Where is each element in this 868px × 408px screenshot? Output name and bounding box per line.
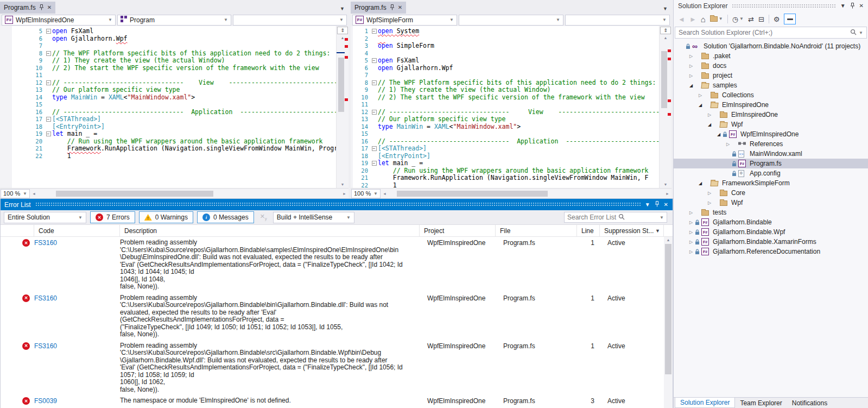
back-icon[interactable]: ◄ — [678, 16, 685, 23]
panel-tab-team-explorer[interactable]: Team Explorer — [735, 398, 787, 408]
collapsed-arrow-icon[interactable]: ▷ — [687, 73, 695, 78]
code-line[interactable]: 15 — [353, 130, 659, 138]
column-header-code[interactable]: Code — [34, 225, 120, 236]
fold-collapse-icon[interactable]: − — [46, 29, 51, 34]
error-list-search-input[interactable]: Search Error List ▼ — [564, 212, 667, 223]
tree-item[interactable]: ▷F#Gjallarhorn.Bindable.XamarinForms — [674, 237, 868, 247]
tree-item[interactable]: ▷F#Gjallarhorn.Bindable.Wpf — [674, 227, 868, 237]
collapsed-arrow-icon[interactable]: ▷ — [706, 112, 713, 117]
error-row[interactable]: ✕FS3160Problem reading assembly 'C:\User… — [1, 292, 664, 340]
preview-selected-items-toggle[interactable] — [784, 14, 796, 24]
code-line[interactable]: 6open Gjallarhorn.Wpf — [12, 35, 336, 43]
code-line[interactable]: 11 — [353, 101, 659, 109]
error-code-link[interactable]: FS3160 — [34, 342, 120, 394]
refresh-icon[interactable]: ⇄ — [748, 16, 754, 23]
code-line[interactable]: 20 // Run using the WPF wrappers around … — [353, 167, 659, 175]
column-header-blank[interactable] — [1, 225, 34, 236]
code-line[interactable]: 18[<EntryPoint>] — [12, 123, 336, 131]
code-line[interactable]: 8−// The WPF Platform specific bits of t… — [12, 50, 336, 58]
tree-item[interactable]: ▷tests — [674, 208, 868, 217]
expanded-arrow-icon[interactable]: ◢ — [687, 83, 695, 88]
pin-icon[interactable] — [39, 4, 44, 11]
collapsed-arrow-icon[interactable]: ▷ — [706, 200, 713, 205]
code-line[interactable]: 12−// -------------------------------- V… — [12, 79, 336, 87]
error-row[interactable]: ✕FS3160Problem reading assembly 'C:\User… — [1, 237, 664, 292]
member-dropdown[interactable]: ▼ — [565, 15, 670, 26]
fold-margin[interactable]: − — [370, 110, 378, 115]
code-line[interactable]: 10// 2) The start the WPF specific versi… — [353, 94, 659, 102]
tree-item[interactable]: ▷project — [674, 71, 868, 80]
collapsed-arrow-icon[interactable]: ▷ — [687, 64, 695, 68]
tree-item[interactable]: ▷.paket — [674, 51, 868, 61]
tree-item[interactable]: ▷F#Gjallarhorn.Bindable — [674, 217, 868, 227]
code-area[interactable]: 5−open FsXaml6open Gjallarhorn.Wpf78−// … — [12, 26, 336, 188]
vertical-scrollbar[interactable]: ⇕ ▲ ▼ — [336, 26, 349, 188]
tab-list-dropdown-icon[interactable]: ▼ — [663, 6, 671, 14]
split-handle-icon[interactable]: ⇕ — [660, 27, 671, 34]
member-dropdown[interactable]: ▼ — [233, 15, 347, 26]
code-line[interactable]: 22 1 — [353, 182, 659, 189]
tree-item[interactable]: ◢ElmInspiredOne — [674, 100, 868, 110]
chevron-down-icon[interactable]: ▼ — [660, 215, 664, 220]
tab-list-dropdown-icon[interactable]: ▼ — [340, 6, 349, 14]
collapsed-arrow-icon[interactable]: ▷ — [687, 240, 695, 244]
code-line[interactable]: 17−[<STAThread>] — [12, 116, 336, 123]
code-line[interactable]: 1−open System — [353, 28, 659, 35]
collapsed-arrow-icon[interactable]: ▷ — [706, 191, 713, 196]
code-line[interactable]: 12−// -------------------------------- V… — [353, 109, 659, 116]
fold-margin[interactable]: − — [370, 146, 378, 151]
collapsed-arrow-icon[interactable]: ▷ — [696, 93, 704, 98]
scrollbar-thumb[interactable] — [56, 191, 213, 197]
column-header-suppression[interactable]: Suppression St... ▼ — [600, 225, 664, 236]
zoom-level-dropdown[interactable]: 100 % ▼ — [1, 189, 30, 198]
panel-tab-notifications[interactable]: Notifications — [787, 398, 832, 408]
tree-item[interactable]: ▷ElmInspiredOne — [674, 110, 868, 120]
scroll-down-icon[interactable]: ▼ — [337, 181, 349, 188]
fold-collapse-icon[interactable]: − — [372, 146, 377, 151]
fold-collapse-icon[interactable]: − — [372, 80, 377, 85]
error-code-link[interactable]: FS0039 — [34, 397, 120, 405]
close-icon[interactable]: ✕ — [398, 5, 402, 10]
fold-collapse-icon[interactable]: − — [46, 51, 51, 56]
window-position-dropdown-icon[interactable]: ▼ — [645, 202, 650, 208]
project-dropdown[interactable]: F# WpfElmInspiredOne ▼ — [2, 15, 116, 26]
type-dropdown[interactable]: Program ▼ — [117, 15, 231, 26]
code-line[interactable]: 13// Our platform specific view type — [353, 116, 659, 123]
scroll-left-icon[interactable]: ◄ — [30, 192, 38, 196]
forward-icon[interactable]: ► — [689, 16, 696, 23]
collapsed-arrow-icon[interactable]: ▷ — [724, 142, 732, 147]
document-tab[interactable]: Program.fs ✕ — [351, 2, 406, 14]
fold-collapse-icon[interactable]: − — [46, 131, 51, 136]
zoom-level-dropdown[interactable]: 100 % ▼ — [351, 189, 381, 198]
tree-item[interactable]: ◢FrameworkSimpleForm — [674, 178, 868, 188]
fold-margin[interactable]: − — [370, 80, 378, 85]
messages-filter-button[interactable]: i 0 Messages — [197, 211, 254, 223]
code-line[interactable]: 22 1 — [12, 153, 336, 160]
code-line[interactable]: 21 Framework.RunApplication (Navigation.… — [353, 174, 659, 182]
fold-margin[interactable]: − — [45, 80, 52, 85]
code-line[interactable]: 9// 1) They create the view (the actual … — [12, 57, 336, 65]
fold-collapse-icon[interactable]: − — [46, 80, 51, 85]
code-line[interactable]: 14type MainWin = XAML<"MainWindow.xaml"> — [353, 123, 659, 131]
code-line[interactable]: 16// -------------------------------- Ap… — [12, 109, 336, 116]
tree-item[interactable]: ▷Core — [674, 188, 868, 198]
tree-item[interactable]: F#Program.fs — [674, 159, 868, 168]
scroll-down-icon[interactable]: ▼ — [660, 181, 671, 188]
split-handle-icon[interactable]: ⇕ — [337, 27, 348, 34]
column-header-file[interactable]: File — [496, 225, 577, 236]
tree-item[interactable]: ▷Collections — [674, 90, 868, 100]
horizontal-scrollbar[interactable]: ◄ ► — [30, 189, 349, 198]
code-line[interactable]: 7 — [12, 42, 336, 50]
fold-margin[interactable]: − — [45, 117, 52, 122]
tree-item[interactable]: ◢F#WpfElmInspiredOne — [674, 129, 868, 139]
home-icon[interactable]: ⌂ — [701, 15, 706, 23]
scroll-up-icon[interactable]: ▲ — [664, 237, 673, 243]
scroll-left-icon[interactable]: ◄ — [381, 192, 389, 196]
code-line[interactable]: 7 — [353, 72, 659, 79]
solution-explorer-search-input[interactable]: Search Solution Explorer (Ctrl+;) ▼ — [675, 27, 867, 39]
scrollbar-track[interactable] — [660, 41, 671, 181]
window-position-dropdown-icon[interactable]: ▼ — [840, 3, 846, 9]
error-code-link[interactable]: FS3160 — [34, 238, 120, 291]
tree-item[interactable]: ▷docs — [674, 61, 868, 71]
collapsed-arrow-icon[interactable]: ▷ — [687, 54, 695, 59]
